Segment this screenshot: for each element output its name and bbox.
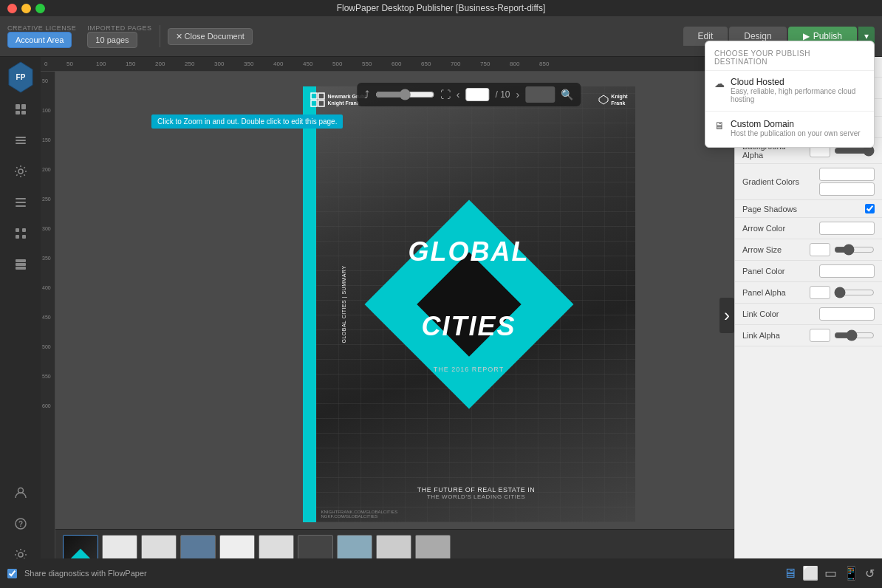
publish-dropdown: CHOOSE YOUR PUBLISH DESTINATION ☁ Cloud … (705, 41, 875, 148)
next-page-btn[interactable]: › (516, 89, 520, 100)
pages-count-btn[interactable]: 10 pages (87, 32, 137, 48)
refresh-btn[interactable]: ↺ (865, 567, 875, 581)
link-alpha-input[interactable]: 0.4 (810, 329, 830, 342)
custom-domain-option[interactable]: 🖥 Custom Domain Host the publication on … (705, 113, 874, 143)
svg-rect-7 (16, 140, 26, 141)
svg-text:550: 550 (362, 61, 372, 67)
canvas-page[interactable]: GLOBAL CITIES | SUMMARY Newmark GrubbKni… (303, 86, 635, 522)
dropdown-divider (705, 111, 874, 112)
cloud-icon: ☁ (714, 78, 725, 89)
page-shadows-checkbox[interactable] (865, 204, 875, 213)
svg-rect-19 (16, 267, 26, 270)
account-area-btn[interactable]: Account Area (7, 32, 72, 48)
arrow-size-slider[interactable] (834, 244, 875, 256)
desktop-view-btn[interactable]: 🖥 (783, 566, 796, 581)
share-diagnostics-label: Share diagnostics with FlowPaper (24, 569, 147, 578)
cloud-hosted-option[interactable]: ☁ Cloud Hosted Easy, reliable, high perf… (705, 71, 874, 109)
bottom-bar: Share diagnostics with FlowPaper 🖥 ⬜ ▭ 📱… (0, 558, 882, 588)
panel-alpha-input[interactable]: 0 (810, 286, 830, 299)
app-title: FlowPaper Desktop Publisher [Business-Re… (337, 3, 546, 13)
sidebar-item-data[interactable] (7, 251, 34, 278)
share-diagnostics-checkbox[interactable] (7, 569, 17, 578)
server-icon: 🖥 (714, 120, 725, 131)
sidebar-item-pages[interactable] (7, 96, 34, 123)
panel-color-input[interactable]: #777777 (819, 264, 875, 278)
gradient-color1-input[interactable]: #222222 (819, 168, 875, 181)
link-color-input[interactable]: #72e6ff (819, 307, 875, 321)
panel-alpha-slider[interactable] (834, 287, 875, 298)
svg-text:500: 500 (42, 344, 51, 349)
svg-text:600: 600 (42, 403, 51, 408)
svg-rect-13 (16, 228, 19, 232)
svg-text:?: ? (18, 520, 22, 528)
logo-sidebar: FP ? (0, 57, 41, 574)
close-document-btn[interactable]: ✕ Close Document (168, 28, 253, 45)
svg-text:450: 450 (303, 61, 313, 67)
svg-text:250: 250 (185, 61, 195, 67)
link-alpha-slider[interactable] (834, 329, 875, 341)
panel-alpha-row: Panel Alpha 0 (735, 282, 882, 304)
custom-desc: Host the publication on your own server (731, 129, 861, 137)
ruler-vertical: 50 100 150 200 250 300 350 400 450 500 5… (41, 72, 55, 558)
svg-text:100: 100 (42, 108, 51, 113)
svg-rect-14 (22, 228, 26, 232)
fullscreen-icon[interactable]: ⛶ (440, 89, 451, 100)
sidebar-item-user[interactable] (7, 479, 34, 506)
sidebar-item-layers[interactable] (7, 127, 34, 154)
svg-rect-8 (16, 143, 26, 144)
arrow-color-input[interactable]: #ffffff (819, 222, 875, 235)
panel-color-row: Panel Color #777777 (735, 261, 882, 282)
page-shadows-row: Page Shadows (735, 200, 882, 218)
gradient-color2-input[interactable]: #222222 (819, 182, 875, 196)
arrow-color-row: Arrow Color #ffffff (735, 218, 882, 239)
page-navigation: ⤴ ⛶ ‹ 1 / 10 › 🔍 (357, 83, 581, 106)
total-pages-label: / 10 (495, 89, 510, 100)
cover-logo-right-area: KnightFrank (598, 93, 627, 106)
gradient-colors-label: Gradient Colors (742, 177, 816, 186)
prev-page-btn[interactable]: ‹ (457, 89, 460, 100)
cover-text-global: GLOBAL (408, 236, 530, 267)
maximize-btn[interactable] (35, 4, 45, 13)
sidebar-item-grid[interactable] (7, 220, 34, 247)
svg-rect-18 (16, 263, 26, 266)
search-icon[interactable]: 🔍 (561, 89, 573, 100)
svg-text:550: 550 (42, 374, 51, 379)
page-number-input[interactable]: 1 (465, 88, 489, 101)
zoom-slider[interactable] (375, 89, 434, 100)
traffic-lights (7, 4, 45, 13)
svg-text:400: 400 (42, 285, 51, 290)
close-btn[interactable] (7, 4, 17, 13)
svg-text:750: 750 (480, 61, 490, 67)
minimize-btn[interactable] (21, 4, 31, 13)
next-page-arrow[interactable]: › (719, 298, 734, 333)
svg-text:400: 400 (273, 61, 284, 67)
svg-text:850: 850 (539, 61, 550, 67)
tablet-portrait-btn[interactable]: ▭ (824, 565, 837, 581)
sidebar-item-help[interactable]: ? (7, 510, 34, 537)
svg-rect-10 (16, 198, 26, 199)
knight-frank-logo-icon (598, 95, 609, 105)
arrow-size-input[interactable]: 22 (810, 243, 830, 256)
mobile-view-btn[interactable]: 📱 (843, 565, 859, 581)
cover-logo-right-text: KnightFrank (611, 93, 627, 106)
cover-subtitle: THE 2016 REPORT (434, 366, 504, 373)
svg-text:700: 700 (451, 61, 461, 67)
svg-rect-16 (22, 235, 26, 239)
svg-rect-56 (311, 100, 317, 106)
svg-text:800: 800 (510, 61, 520, 67)
cloud-desc: Easy, reliable, high performance cloud h… (731, 87, 865, 103)
tablet-landscape-btn[interactable]: ⬜ (802, 565, 818, 581)
sidebar-item-list[interactable] (7, 189, 34, 216)
creative-license-label: CREATIVE LICENSE (7, 24, 76, 32)
toolbar-left: CREATIVE LICENSE Account Area IMPORTED P… (7, 24, 152, 48)
gradient-colors-row: Gradient Colors #222222 #222222 (735, 164, 882, 200)
page-hint-text: Click to Zoom in and out. Double click t… (151, 114, 343, 129)
sidebar-item-settings[interactable] (7, 158, 34, 185)
svg-text:0: 0 (44, 61, 48, 67)
svg-text:500: 500 (332, 61, 343, 67)
link-alpha-row: Link Alpha 0.4 (735, 325, 882, 346)
svg-text:650: 650 (421, 61, 431, 67)
share-icon[interactable]: ⤴ (364, 89, 369, 100)
svg-text:200: 200 (155, 61, 165, 67)
gradient-inputs: #222222 #222222 (819, 168, 875, 196)
